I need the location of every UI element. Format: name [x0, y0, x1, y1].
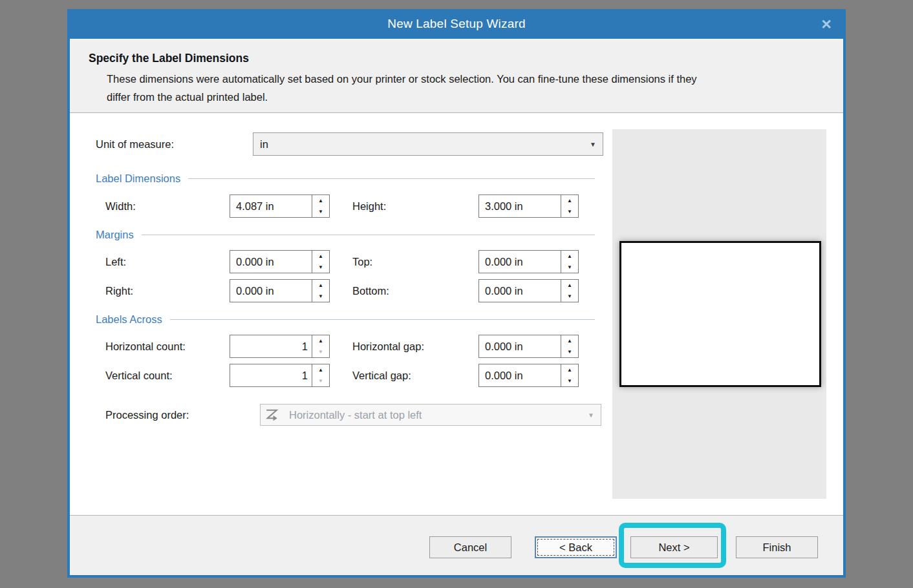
unit-of-measure-dropdown[interactable]: in ▼: [253, 132, 603, 156]
section-divider: [142, 235, 595, 235]
horizontal-gap-input[interactable]: [479, 335, 561, 357]
titlebar: New Label Setup Wizard ✕: [67, 9, 846, 39]
footer: Cancel < Back Next > Finish: [70, 515, 843, 575]
section-divider: [170, 319, 595, 320]
margin-right-spin-up-icon[interactable]: ▲: [312, 280, 329, 291]
horizontal-count-spinner: ▲ ▼: [230, 335, 330, 358]
vertical-count-label: Vertical count:: [105, 370, 173, 382]
processing-order-label: Processing order:: [105, 409, 189, 421]
horizontal-gap-spin-up-icon[interactable]: ▲: [561, 335, 578, 346]
margin-top-label: Top:: [352, 256, 372, 268]
vertical-gap-spinner: ▲ ▼: [478, 364, 579, 387]
margin-bottom-spinner: ▲ ▼: [478, 279, 579, 302]
horizontal-gap-spin-down-icon[interactable]: ▼: [561, 346, 578, 357]
horizontal-count-spin-up-icon[interactable]: ▲: [312, 335, 329, 346]
processing-order-dropdown[interactable]: Horizontally - start at top left ▼: [260, 404, 601, 426]
vertical-count-input[interactable]: [230, 364, 312, 386]
margin-left-input[interactable]: [230, 251, 312, 273]
horizontal-count-input[interactable]: [230, 335, 312, 357]
vertical-gap-spin-down-icon[interactable]: ▼: [561, 375, 578, 386]
unit-of-measure-value: in: [253, 138, 583, 151]
window-title: New Label Setup Wizard: [387, 17, 526, 31]
margin-bottom-input[interactable]: [479, 280, 561, 302]
width-spin-up-icon[interactable]: ▲: [312, 195, 329, 206]
wizard-step-title: Specify the Label Dimensions: [89, 52, 249, 65]
margin-left-spinner: ▲ ▼: [230, 250, 330, 273]
back-button[interactable]: < Back: [535, 536, 617, 558]
height-spin-down-icon[interactable]: ▼: [561, 206, 578, 217]
cancel-button[interactable]: Cancel: [429, 536, 511, 558]
margin-bottom-label: Bottom:: [352, 285, 389, 297]
margin-left-spin-down-icon[interactable]: ▼: [312, 262, 329, 273]
margin-top-spin-down-icon[interactable]: ▼: [561, 262, 578, 273]
horizontal-count-label: Horizontal count:: [105, 341, 186, 353]
section-label-dimensions: Label Dimensions: [96, 173, 595, 185]
horizontal-count-spin-down-icon[interactable]: ▼: [312, 346, 329, 357]
margin-right-spinner: ▲ ▼: [230, 279, 330, 302]
processing-order-value: Horizontally - start at top left: [283, 409, 581, 421]
height-spinner: ▲ ▼: [478, 194, 579, 218]
margin-left-label: Left:: [105, 256, 126, 268]
chevron-down-icon: ▼: [581, 412, 601, 419]
vertical-gap-label: Vertical gap:: [352, 370, 411, 382]
height-label: Height:: [352, 200, 386, 213]
horizontal-gap-spinner: ▲ ▼: [478, 335, 579, 358]
vertical-count-spin-down-icon[interactable]: ▼: [312, 375, 329, 386]
vertical-gap-input[interactable]: [479, 364, 561, 386]
margin-bottom-spin-down-icon[interactable]: ▼: [561, 291, 578, 302]
section-divider: [188, 178, 595, 179]
close-icon: ✕: [821, 17, 832, 31]
preview-panel: [612, 129, 826, 499]
section-margins: Margins: [96, 229, 595, 241]
wizard-step-description-line2: differ from the actual printed label.: [107, 91, 268, 103]
margin-top-spin-up-icon[interactable]: ▲: [561, 251, 578, 262]
close-button[interactable]: ✕: [816, 14, 837, 34]
new-label-setup-wizard-dialog: New Label Setup Wizard ✕ Specify the Lab…: [67, 9, 846, 578]
margin-top-input[interactable]: [479, 251, 561, 273]
vertical-count-spin-up-icon[interactable]: ▲: [312, 364, 329, 375]
width-spinner: ▲ ▼: [230, 194, 330, 218]
height-input[interactable]: [479, 195, 561, 217]
unit-of-measure-label: Unit of measure:: [96, 138, 174, 151]
width-spin-down-icon[interactable]: ▼: [312, 206, 329, 217]
finish-button[interactable]: Finish: [736, 536, 818, 558]
label-preview-rect: [619, 241, 821, 387]
margin-bottom-spin-up-icon[interactable]: ▲: [561, 280, 578, 291]
margin-right-input[interactable]: [230, 280, 312, 302]
dialog-body: Specify the Label Dimensions These dimen…: [70, 39, 843, 575]
margin-right-spin-down-icon[interactable]: ▼: [312, 291, 329, 302]
vertical-gap-spin-up-icon[interactable]: ▲: [561, 364, 578, 375]
section-title-labels-across: Labels Across: [96, 313, 162, 326]
section-labels-across: Labels Across: [96, 313, 595, 326]
margin-right-label: Right:: [105, 285, 133, 297]
chevron-down-icon: ▼: [583, 141, 603, 148]
height-spin-up-icon[interactable]: ▲: [561, 195, 578, 206]
wizard-step-description-line1: These dimensions were automatically set …: [107, 73, 697, 85]
section-title-margins: Margins: [96, 229, 134, 241]
wizard-header: Specify the Label Dimensions These dimen…: [70, 39, 843, 113]
margin-top-spinner: ▲ ▼: [478, 250, 579, 273]
width-label: Width:: [105, 200, 136, 213]
section-title-label-dimensions: Label Dimensions: [96, 173, 180, 185]
horizontal-gap-label: Horizontal gap:: [352, 341, 424, 353]
width-input[interactable]: [230, 195, 312, 217]
z-processing-order-icon: [261, 407, 283, 423]
next-button[interactable]: Next >: [630, 536, 718, 558]
vertical-count-spinner: ▲ ▼: [230, 364, 330, 387]
margin-left-spin-up-icon[interactable]: ▲: [312, 251, 329, 262]
